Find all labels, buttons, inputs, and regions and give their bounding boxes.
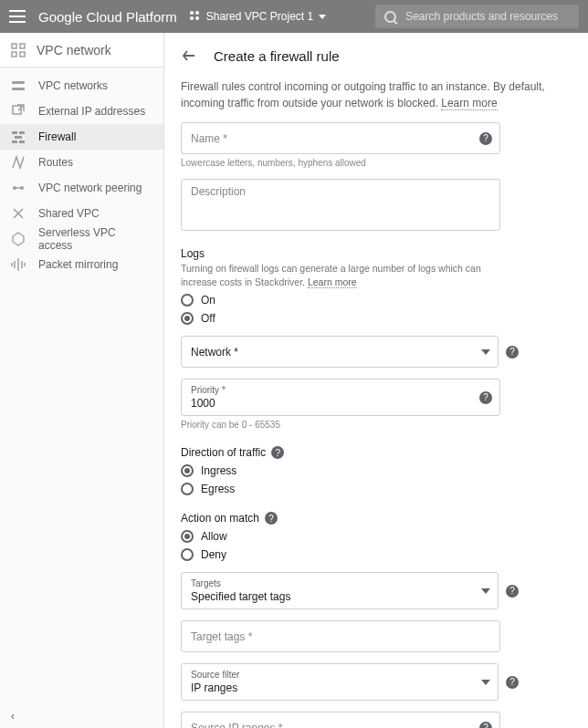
main-content: Create a firewall rule Firewall rules co… xyxy=(164,33,588,728)
sidebar-title: VPC network xyxy=(37,43,111,57)
top-bar: Google Cloud Platform Shared VPC Project… xyxy=(0,0,588,33)
network-dropdown[interactable]: Network * xyxy=(181,336,499,368)
radio-icon xyxy=(181,483,194,495)
project-name: Shared VPC Project 1 xyxy=(206,10,313,23)
target-tags-input[interactable] xyxy=(191,630,490,643)
description-field[interactable] xyxy=(181,179,500,231)
svg-rect-4 xyxy=(12,81,25,84)
back-arrow-icon[interactable] xyxy=(181,47,197,64)
sidebar-item-label: Serverless VPC access xyxy=(38,226,152,252)
svg-point-13 xyxy=(13,186,16,190)
svg-rect-12 xyxy=(19,140,25,143)
action-allow-radio[interactable]: Allow xyxy=(181,530,572,543)
direction-label: Direction of traffic ? xyxy=(181,446,572,459)
svg-rect-10 xyxy=(15,136,22,139)
sidebar: VPC network VPC networks External IP add… xyxy=(0,33,164,728)
sidebar-item-routes[interactable]: Routes xyxy=(0,150,163,175)
radio-icon xyxy=(181,548,194,561)
svg-rect-11 xyxy=(12,140,17,143)
search-icon xyxy=(384,11,396,23)
svg-rect-1 xyxy=(20,44,25,48)
direction-ingress-radio[interactable]: Ingress xyxy=(181,464,572,477)
action-deny-radio[interactable]: Deny xyxy=(181,548,572,561)
sidebar-item-label: External IP addresses xyxy=(38,105,145,118)
peering-icon xyxy=(11,181,26,195)
priority-input[interactable] xyxy=(191,397,490,410)
help-icon[interactable]: ? xyxy=(479,722,492,728)
svg-point-14 xyxy=(20,186,24,190)
sidebar-item-serverless[interactable]: Serverless VPC access xyxy=(0,226,163,252)
targets-dropdown[interactable]: Targets Specified target tags xyxy=(181,572,499,609)
help-icon[interactable]: ? xyxy=(506,346,519,359)
logs-label: Logs xyxy=(181,247,572,260)
radio-icon xyxy=(181,312,194,325)
sidebar-item-label: Routes xyxy=(38,156,73,169)
target-tags-field[interactable] xyxy=(181,620,500,652)
vpc-network-icon xyxy=(11,43,26,57)
priority-field[interactable]: Priority * ? xyxy=(181,379,500,416)
sidebar-item-shared-vpc[interactable]: Shared VPC xyxy=(0,201,163,226)
help-icon[interactable]: ? xyxy=(271,446,284,459)
help-icon[interactable]: ? xyxy=(479,132,492,145)
sidebar-item-label: Packet mirroring xyxy=(38,258,118,271)
sidebar-item-peering[interactable]: VPC network peering xyxy=(0,175,163,201)
help-icon[interactable]: ? xyxy=(506,676,519,689)
svg-rect-6 xyxy=(13,106,21,114)
logs-learn-more-link[interactable]: Learn more xyxy=(308,276,357,288)
svg-rect-9 xyxy=(19,131,25,134)
radio-icon xyxy=(181,294,194,307)
learn-more-link[interactable]: Learn more xyxy=(441,97,497,110)
source-ip-field[interactable]: ? xyxy=(181,712,500,728)
caret-down-icon xyxy=(319,15,326,19)
logs-sub: Turning on firewall logs can generate a … xyxy=(181,262,500,288)
svg-rect-8 xyxy=(12,131,17,134)
direction-egress-radio[interactable]: Egress xyxy=(181,483,572,495)
project-selector[interactable]: Shared VPC Project 1 xyxy=(190,10,326,23)
sidebar-item-label: VPC networks xyxy=(38,79,108,92)
sidebar-item-firewall[interactable]: Firewall xyxy=(0,124,163,150)
svg-rect-0 xyxy=(12,44,16,48)
svg-rect-2 xyxy=(12,52,16,57)
search-box[interactable] xyxy=(375,5,579,28)
description-input[interactable] xyxy=(191,185,490,222)
svg-rect-5 xyxy=(12,88,25,90)
sidebar-header: VPC network xyxy=(0,33,163,68)
intro-text: Firewall rules control incoming or outgo… xyxy=(181,78,546,111)
page-header: Create a firewall rule xyxy=(181,42,572,69)
caret-down-icon xyxy=(481,349,490,355)
source-filter-dropdown[interactable]: Source filter IP ranges xyxy=(181,663,499,701)
source-ip-input[interactable] xyxy=(191,722,490,728)
external-icon xyxy=(11,104,26,119)
help-icon[interactable]: ? xyxy=(506,585,519,598)
search-input[interactable] xyxy=(405,10,570,23)
routes-icon xyxy=(11,155,26,170)
mirroring-icon xyxy=(11,257,26,272)
name-input[interactable] xyxy=(191,132,490,145)
caret-down-icon xyxy=(481,588,490,594)
menu-icon[interactable] xyxy=(9,10,26,23)
sidebar-item-label: Firewall xyxy=(38,130,76,143)
sidebar-item-mirroring[interactable]: Packet mirroring xyxy=(0,252,163,277)
logs-on-radio[interactable]: On xyxy=(181,294,572,307)
firewall-icon xyxy=(11,130,26,144)
sidebar-item-vpc-networks[interactable]: VPC networks xyxy=(0,73,163,99)
network-icon xyxy=(11,78,26,93)
sidebar-item-label: VPC network peering xyxy=(38,182,142,194)
caret-down-icon xyxy=(481,680,490,685)
radio-icon xyxy=(181,530,194,543)
priority-helper: Priority can be 0 - 65535 xyxy=(181,420,500,430)
name-helper: Lowercase letters, numbers, hyphens allo… xyxy=(181,158,500,168)
name-field[interactable]: ? xyxy=(181,122,500,154)
sidebar-item-external-ip[interactable]: External IP addresses xyxy=(0,99,163,124)
radio-icon xyxy=(181,464,194,477)
svg-marker-16 xyxy=(13,233,24,245)
sidebar-nav: VPC networks External IP addresses Firew… xyxy=(0,68,163,277)
logs-off-radio[interactable]: Off xyxy=(181,312,572,325)
sidebar-item-label: Shared VPC xyxy=(38,207,100,220)
help-icon[interactable]: ? xyxy=(265,512,278,525)
collapse-sidebar-button[interactable]: ‹ xyxy=(11,710,15,723)
page-title: Create a firewall rule xyxy=(214,48,340,64)
brand: Google Cloud Platform xyxy=(38,9,177,25)
action-label: Action on match ? xyxy=(181,512,572,525)
help-icon[interactable]: ? xyxy=(479,391,492,404)
